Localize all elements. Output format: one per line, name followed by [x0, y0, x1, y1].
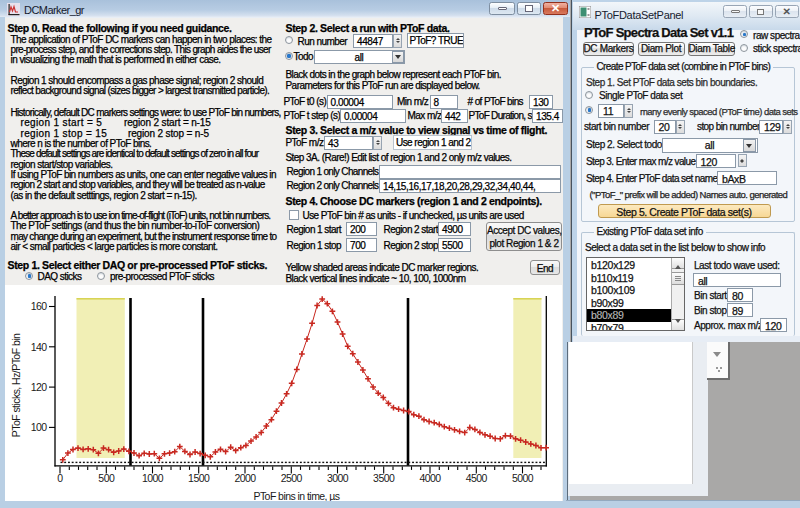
- svg-text:4000: 4000: [419, 471, 441, 483]
- svg-text:140: 140: [31, 340, 48, 352]
- svg-text:PToF sticks, Hz/PToF bin: PToF sticks, Hz/PToF bin: [10, 333, 22, 437]
- svg-text:2500: 2500: [281, 471, 303, 483]
- svg-text:1500: 1500: [188, 471, 210, 483]
- svg-text:120: 120: [31, 380, 48, 392]
- svg-text:160: 160: [31, 300, 48, 312]
- svg-text:1000: 1000: [142, 471, 164, 483]
- svg-text:3500: 3500: [373, 471, 395, 483]
- svg-text:5000: 5000: [512, 471, 534, 483]
- svg-text:4500: 4500: [466, 471, 488, 483]
- svg-text:100: 100: [31, 421, 48, 433]
- svg-text:3000: 3000: [327, 471, 349, 483]
- svg-text:0: 0: [57, 471, 63, 483]
- svg-text:PToF bins in time, µs: PToF bins in time, µs: [253, 489, 339, 501]
- svg-text:500: 500: [98, 471, 115, 483]
- svg-text:2000: 2000: [234, 471, 256, 483]
